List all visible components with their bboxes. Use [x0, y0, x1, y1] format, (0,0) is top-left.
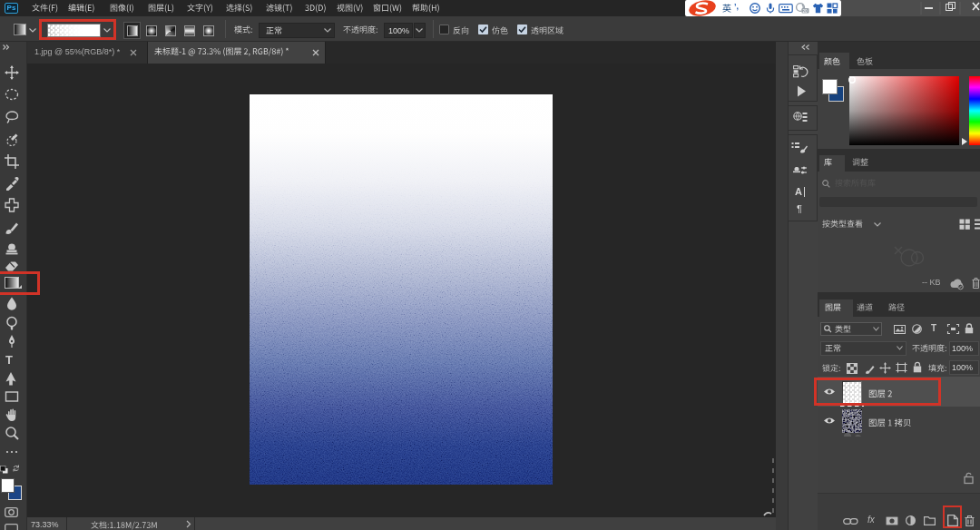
svg-text:20: 20 [802, 9, 808, 14]
